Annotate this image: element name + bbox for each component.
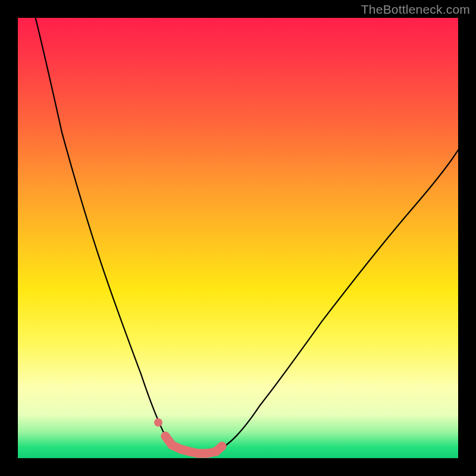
bottleneck-curve <box>36 18 458 453</box>
valley-marker-dot <box>203 449 212 458</box>
chart-frame: TheBottleneck.com <box>0 0 476 476</box>
valley-marker-dot <box>168 441 177 450</box>
valley-marker-dot <box>218 442 227 451</box>
valley-marker-dot <box>186 447 195 456</box>
plot-area <box>18 18 458 458</box>
valley-marker-dot <box>177 445 186 454</box>
valley-marker-dot <box>194 449 203 458</box>
valley-marker-dot <box>161 432 170 441</box>
chart-svg <box>18 18 458 458</box>
watermark-text: TheBottleneck.com <box>361 2 470 17</box>
valley-marker-dot <box>154 418 162 427</box>
